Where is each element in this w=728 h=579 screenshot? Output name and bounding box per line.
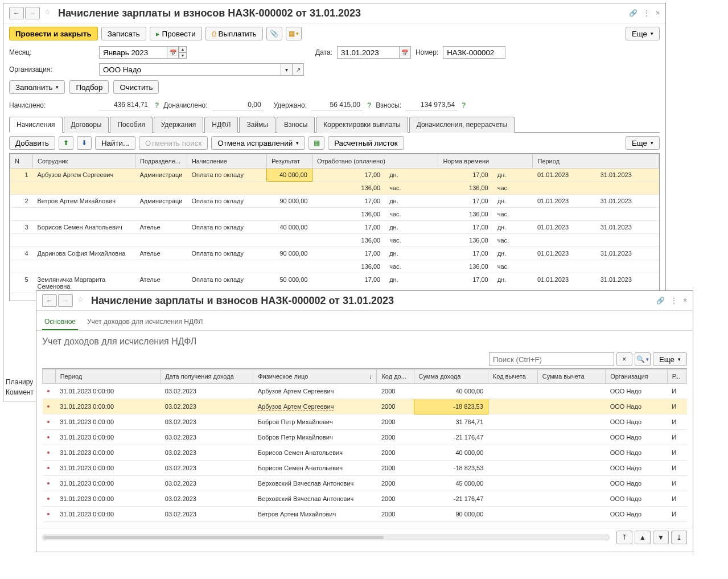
table-row[interactable]: •31.01.2023 0:00:0003.02.2023Бобров Петр…	[43, 430, 687, 445]
scroll-top-icon[interactable]: ⤒	[616, 531, 632, 544]
col-norm[interactable]: Норма времени	[438, 154, 533, 169]
col-period[interactable]: Период	[55, 369, 161, 384]
help-icon[interactable]: ?	[367, 101, 371, 109]
tab-3[interactable]: Удержания	[154, 117, 204, 133]
move-down-icon[interactable]: ⬇	[77, 136, 92, 150]
reports-button[interactable]: ▦	[286, 27, 302, 40]
subtab-main[interactable]: Основное	[42, 314, 78, 330]
income-table[interactable]: Период Дата получения дохода Физическое …	[42, 368, 687, 528]
col-employee[interactable]: Сотрудник	[33, 154, 135, 169]
table-row[interactable]: •31.01.2023 0:00:0003.02.2023Борисов Сем…	[43, 445, 687, 461]
table-row[interactable]: 1Арбузов Артем СергеевичАдминистрациОпла…	[10, 169, 659, 182]
table-row[interactable]: •31.01.2023 0:00:0003.02.2023Бобров Петр…	[43, 414, 687, 430]
org-open-icon[interactable]: ↗	[293, 63, 304, 76]
more-button[interactable]: Еще	[626, 27, 660, 40]
tab-5[interactable]: Займы	[239, 117, 275, 133]
tab-0[interactable]: Начисления	[9, 117, 63, 133]
scroll-down-icon[interactable]: ▼	[653, 531, 669, 544]
favorite-star-icon[interactable]: ☆	[77, 295, 88, 306]
move-up-icon[interactable]: ⬆	[59, 136, 73, 150]
col-receipt-date[interactable]: Дата получения дохода	[161, 369, 253, 384]
col-person[interactable]: Физическое лицо ↓	[253, 369, 377, 384]
number-input[interactable]	[443, 46, 505, 59]
link-icon[interactable]: 🔗	[629, 9, 637, 17]
col-reg[interactable]: Р...	[667, 369, 686, 384]
col-worked[interactable]: Отработано (оплачено)	[312, 154, 438, 169]
h-scrollbar[interactable]	[42, 535, 610, 540]
table-row[interactable]: 136,00час.136,00час.	[10, 234, 659, 247]
cancel-search-button[interactable]: Отменить поиск	[139, 136, 208, 150]
table-row[interactable]: •31.01.2023 0:00:0003.02.2023Ветров Арте…	[43, 507, 687, 522]
close-icon[interactable]: ×	[683, 297, 687, 305]
table-row[interactable]: •31.01.2023 0:00:0003.02.2023Верховский …	[43, 476, 687, 491]
col-dedamt[interactable]: Сумма вычета	[537, 369, 605, 384]
tab-6[interactable]: Взносы	[277, 117, 315, 133]
attachment-button[interactable]: 📎	[266, 27, 282, 40]
more-button-2[interactable]: Еще	[653, 352, 687, 366]
nav-forward-button[interactable]: →	[25, 7, 40, 19]
tab-7[interactable]: Корректировки выплаты	[316, 117, 408, 133]
find-button[interactable]: Найти...	[95, 136, 135, 150]
nav-back-button[interactable]: ←	[42, 294, 57, 307]
table-row[interactable]: 4Даринова София МихайловнаАтельеОплата п…	[10, 247, 659, 260]
date-input[interactable]	[337, 46, 400, 59]
details-icon[interactable]: ▦	[309, 136, 324, 150]
tab-2[interactable]: Пособия	[110, 117, 152, 133]
tab-1[interactable]: Договоры	[64, 117, 109, 133]
payslip-button[interactable]: Расчетный листок	[328, 136, 404, 150]
date-calendar-icon[interactable]: 📅	[400, 46, 411, 59]
add-button[interactable]: Добавить	[9, 136, 55, 150]
month-up-button[interactable]: ▲	[179, 46, 187, 52]
col-n[interactable]: N	[10, 154, 33, 169]
table-row[interactable]: 136,00час.136,00час.	[10, 182, 659, 195]
help-icon[interactable]: ?	[462, 101, 466, 109]
kebab-icon[interactable]: ⋮	[671, 297, 677, 305]
table-more-button[interactable]: Еще	[626, 136, 660, 150]
col-result[interactable]: Результат	[266, 154, 312, 169]
col-org[interactable]: Организация	[606, 369, 668, 384]
close-icon[interactable]: ×	[656, 9, 660, 17]
col-dept[interactable]: Подразделе...	[135, 154, 187, 169]
kebab-icon[interactable]: ⋮	[643, 9, 650, 17]
table-row[interactable]: 3Борисов Семен АнатольевичАтельеОплата п…	[10, 221, 659, 234]
fill-button[interactable]: Заполнить	[9, 80, 65, 94]
pick-button[interactable]: Подбор	[69, 80, 109, 94]
tab-4[interactable]: НДФЛ	[204, 117, 238, 133]
scroll-bottom-icon[interactable]: ⤓	[671, 531, 687, 544]
col-amount[interactable]: Сумма дохода	[414, 369, 488, 384]
month-down-button[interactable]: ▼	[179, 52, 187, 59]
scroll-up-icon[interactable]: ▲	[635, 531, 651, 544]
search-icon[interactable]: 🔍	[635, 352, 651, 366]
col-accrual[interactable]: Начисление	[187, 154, 266, 169]
accruals-table[interactable]: N Сотрудник Подразделе... Начисление Рез…	[9, 153, 660, 301]
pay-button[interactable]: ⎙Выплатить	[205, 27, 263, 40]
tab-8[interactable]: Доначисления, перерасчеты	[409, 117, 515, 133]
table-row[interactable]: 2Ветров Артем МихайловичАдминистрациОпла…	[10, 195, 659, 208]
org-input[interactable]	[99, 63, 281, 76]
month-calendar-icon[interactable]: 📅	[167, 46, 179, 59]
table-row[interactable]: 136,00час.136,00час.	[10, 260, 659, 273]
cancel-fix-button[interactable]: Отмена исправлений	[211, 136, 305, 150]
save-button[interactable]: Записать	[101, 27, 146, 40]
clear-search-icon[interactable]: ×	[616, 352, 632, 366]
table-row[interactable]: •31.01.2023 0:00:0003.02.2023Борисов Сем…	[43, 461, 687, 476]
nav-back-button[interactable]: ←	[9, 7, 24, 19]
table-row[interactable]: 136,00час.136,00час.	[10, 208, 659, 221]
col-period[interactable]: Период	[533, 154, 659, 169]
favorite-star-icon[interactable]: ☆	[44, 8, 55, 18]
col-code[interactable]: Код до...	[377, 369, 414, 384]
table-row[interactable]: •31.01.2023 0:00:0003.02.2023Верховский …	[43, 491, 687, 507]
col-dedcode[interactable]: Код вычета	[488, 369, 537, 384]
subtab-ndfl[interactable]: Учет доходов для исчисления НДФЛ	[85, 314, 205, 330]
clear-button[interactable]: Очистить	[113, 80, 159, 94]
help-icon[interactable]: ?	[155, 101, 159, 109]
post-and-close-button[interactable]: Провести и закрыть	[9, 27, 98, 40]
table-row[interactable]: •31.01.2023 0:00:0003.02.2023Арбузов Арт…	[43, 384, 687, 399]
nav-forward-button[interactable]: →	[58, 294, 73, 307]
table-row[interactable]: •31.01.2023 0:00:0003.02.2023Арбузов Арт…	[43, 399, 687, 414]
month-input[interactable]	[99, 46, 167, 59]
search-input[interactable]	[489, 352, 614, 366]
org-dropdown-icon[interactable]: ▾	[281, 63, 293, 76]
link-icon[interactable]: 🔗	[656, 297, 665, 305]
post-button[interactable]: ▸Провести	[150, 27, 202, 40]
